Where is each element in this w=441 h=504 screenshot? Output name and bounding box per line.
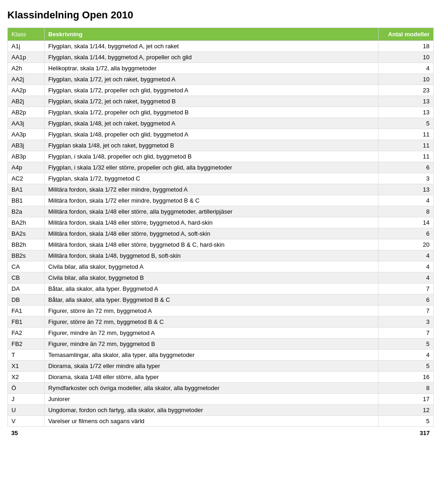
cell-antal: 6 <box>379 294 434 306</box>
cell-klass: DA <box>8 283 45 294</box>
table-row: BB2hMilitära fordon, skala 1/48 eller st… <box>8 239 434 250</box>
cell-antal: 5 <box>379 361 434 372</box>
cell-klass: AB3p <box>8 151 45 162</box>
table-row: X2Diorama, skala 1/48 eller större, alla… <box>8 372 434 383</box>
cell-klass: T <box>8 350 45 361</box>
table-row: DABåtar, alla skalor, alla typer. Byggme… <box>8 283 434 294</box>
cell-beskrivning: Militära fordon, skala 1/48 eller större… <box>45 206 379 217</box>
cell-klass: FB2 <box>8 339 45 350</box>
cell-beskrivning: Militära fordon, skala 1/72 eller mindre… <box>45 195 379 206</box>
cell-beskrivning: Militära fordon, skala 1/48 eller större… <box>45 217 379 228</box>
cell-klass: BB2s <box>8 250 45 261</box>
cell-beskrivning: Flygplan, skala 1/72, byggmetod C <box>45 173 379 184</box>
table-row: AA2pFlygplan, skala 1/72, propeller och … <box>8 85 434 96</box>
cell-beskrivning: Civila bilar, alla skalor, byggmetod B <box>45 272 379 283</box>
cell-antal: 3 <box>379 173 434 184</box>
cell-klass: X2 <box>8 372 45 383</box>
table-row: FB1Figurer, större än 72 mm, byggmetod B… <box>8 317 434 328</box>
cell-klass: AB2p <box>8 107 45 118</box>
cell-antal: 6 <box>379 162 434 173</box>
table-row: B2aMilitära fordon, skala 1/48 eller stö… <box>8 206 434 217</box>
cell-klass: BA2h <box>8 217 45 228</box>
cell-beskrivning: Ungdomar, fordon och fartyg, alla skalor… <box>45 405 379 416</box>
cell-klass: U <box>8 405 45 416</box>
footer-total-models: 317 <box>379 427 434 440</box>
footer-empty <box>45 427 379 440</box>
cell-klass: J <box>8 394 45 405</box>
cell-beskrivning: Militära fordon, skala 1/72 eller mindre… <box>45 184 379 195</box>
cell-klass: A1j <box>8 41 45 52</box>
cell-klass: A2h <box>8 63 45 74</box>
cell-klass: AB2j <box>8 96 45 107</box>
cell-antal: 17 <box>379 394 434 405</box>
table-row: VVarelser ur filmens och sagans värld5 <box>8 416 434 427</box>
table-row: BA1Militära fordon, skala 1/72 eller min… <box>8 184 434 195</box>
table-row: DBBåtar, alla skalor, alla typer. Byggme… <box>8 294 434 306</box>
cell-antal: 4 <box>379 350 434 361</box>
cell-klass: V <box>8 416 45 427</box>
cell-antal: 6 <box>379 228 434 239</box>
cell-beskrivning: Figurer, större än 72 mm, byggmetod B & … <box>45 317 379 328</box>
cell-klass: FB1 <box>8 317 45 328</box>
table-row: AB2jFlygplan, skala 1/72, jet och raket,… <box>8 96 434 107</box>
cell-klass: FA2 <box>8 328 45 339</box>
cell-antal: 18 <box>379 41 434 52</box>
cell-beskrivning: Båtar, alla skalor, alla typer. Byggmeto… <box>45 294 379 306</box>
cell-beskrivning: Båtar, alla skalor, alla typer. Byggmeto… <box>45 283 379 294</box>
cell-antal: 3 <box>379 317 434 328</box>
cell-beskrivning: Flygplan, skala 1/144, byggmetod A, prop… <box>45 52 379 63</box>
cell-antal: 12 <box>379 405 434 416</box>
cell-antal: 10 <box>379 52 434 63</box>
cell-klass: FA1 <box>8 306 45 317</box>
cell-beskrivning: Flygplan, skala 1/72, jet och raket, byg… <box>45 74 379 85</box>
table-row: CBCivila bilar, alla skalor, byggmetod B… <box>8 272 434 283</box>
cell-antal: 7 <box>379 306 434 317</box>
table-row: BA2sMilitära fordon, skala 1/48 eller st… <box>8 228 434 239</box>
cell-klass: BB1 <box>8 195 45 206</box>
table-row: AA3jFlygplan, skala 1/48, jet och raket,… <box>8 118 434 129</box>
header-klass: Klass <box>8 28 45 41</box>
cell-klass: AB3j <box>8 140 45 151</box>
table-row: FA1Figurer, större än 72 mm, byggmetod A… <box>8 306 434 317</box>
cell-antal: 8 <box>379 206 434 217</box>
table-row: X1Diorama, skala 1/72 eller mindre alla … <box>8 361 434 372</box>
table-row: ÖRymdfarkoster och övriga modeller, alla… <box>8 383 434 394</box>
cell-antal: 4 <box>379 63 434 74</box>
cell-antal: 13 <box>379 96 434 107</box>
cell-antal: 5 <box>379 416 434 427</box>
header-antal: Antal modeller <box>379 28 434 41</box>
table-row: UUngdomar, fordon och fartyg, alla skalo… <box>8 405 434 416</box>
table-row: AC2Flygplan, skala 1/72, byggmetod C3 <box>8 173 434 184</box>
cell-klass: Ö <box>8 383 45 394</box>
cell-beskrivning: Flygplan, skala 1/72, propeller och glid… <box>45 85 379 96</box>
table-row: AB2pFlygplan, skala 1/72, propeller och … <box>8 107 434 118</box>
cell-antal: 14 <box>379 217 434 228</box>
cell-klass: AA3p <box>8 129 45 140</box>
cell-klass: AA3j <box>8 118 45 129</box>
footer-total-classes: 35 <box>8 427 45 440</box>
cell-antal: 4 <box>379 250 434 261</box>
cell-antal: 16 <box>379 372 434 383</box>
header-beskrivning: Beskrivning <box>45 28 379 41</box>
table-row: AB3jFlygplan skala 1/48, jet och raket, … <box>8 140 434 151</box>
cell-beskrivning: Militära fordon, skala 1/48 eller större… <box>45 239 379 250</box>
table-row: AA3pFlygplan, skala 1/48, propeller och … <box>8 129 434 140</box>
table-row: A2hHelikoptrar, skala 1/72, alla byggmet… <box>8 63 434 74</box>
cell-antal: 11 <box>379 140 434 151</box>
cell-beskrivning: Diorama, skala 1/72 eller mindre alla ty… <box>45 361 379 372</box>
cell-beskrivning: Diorama, skala 1/48 eller större, alla t… <box>45 372 379 383</box>
cell-antal: 7 <box>379 328 434 339</box>
cell-klass: BA2s <box>8 228 45 239</box>
cell-klass: A4p <box>8 162 45 173</box>
table-row: AA1pFlygplan, skala 1/144, byggmetod A, … <box>8 52 434 63</box>
cell-antal: 8 <box>379 383 434 394</box>
cell-antal: 5 <box>379 118 434 129</box>
cell-beskrivning: Flygplan, skala 1/72, propeller och glid… <box>45 107 379 118</box>
cell-beskrivning: Civila bilar, alla skalor, byggmetod A <box>45 261 379 272</box>
cell-antal: 10 <box>379 74 434 85</box>
classification-table: Klass Beskrivning Antal modeller A1jFlyg… <box>7 28 434 439</box>
cell-beskrivning: Figurer, större än 72 mm, byggmetod A <box>45 306 379 317</box>
table-row: BB2sMilitära fordon, skala 1/48, byggmet… <box>8 250 434 261</box>
table-row: AB3pFlygplan, i skala 1/48, propeller oc… <box>8 151 434 162</box>
cell-beskrivning: Figurer, mindre än 72 mm, byggmetod B <box>45 339 379 350</box>
